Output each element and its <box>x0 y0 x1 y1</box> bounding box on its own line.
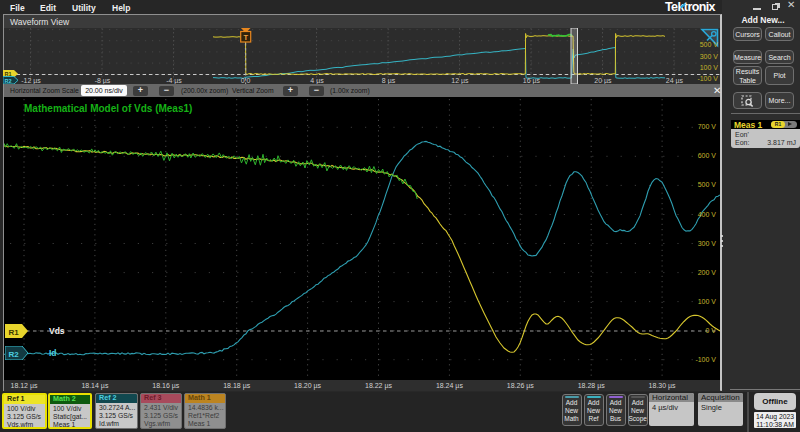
svg-text:R2: R2 <box>4 78 11 84</box>
svg-text:T: T <box>243 33 248 42</box>
svg-text:R2: R2 <box>8 350 19 359</box>
svg-text:R1: R1 <box>8 328 19 337</box>
